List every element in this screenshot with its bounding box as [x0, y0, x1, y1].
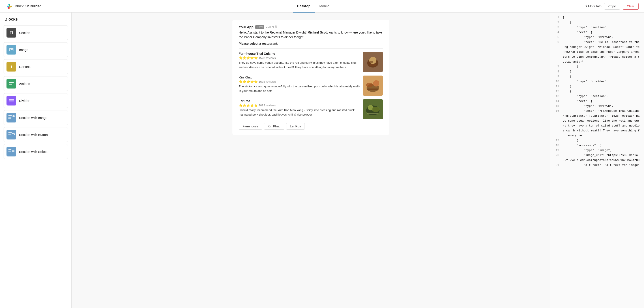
action-btn-lerros[interactable]: Ler Ros: [286, 123, 305, 130]
svg-rect-26: [367, 89, 378, 90]
json-line: 7 }: [550, 64, 644, 69]
tab-mobile[interactable]: Mobile: [315, 0, 334, 12]
json-line: 21 "alt_text": "alt text for image": [550, 163, 644, 168]
section-button-icon: [6, 130, 16, 140]
sidebar-item-section-button[interactable]: Section with Button: [4, 127, 68, 142]
clear-button[interactable]: Clear: [623, 3, 639, 10]
json-line: 9 {: [550, 74, 644, 79]
preview-panel: Your App アプリ 2:37 午前 Hello, Assistant to…: [72, 12, 550, 308]
divider-icon: [6, 96, 16, 106]
restaurant-stars: ⭐⭐⭐⭐⭐: [239, 80, 258, 83]
json-line: 13 "type": "section",: [550, 94, 644, 99]
json-panel: 1[2 {3 "type": "section",4 "text": {5 "t…: [550, 12, 644, 308]
json-line: 14 "text": {: [550, 99, 644, 104]
json-line: 3 "type": "section",: [550, 25, 644, 30]
top-navigation: Block Kit Builder Desktop Mobile ℹ More …: [0, 0, 644, 12]
svg-rect-14: [8, 149, 12, 150]
restaurant-info: Ler Ros ⭐⭐⭐⭐⭐ 2082 reviews I would reall…: [239, 99, 363, 117]
copy-button[interactable]: Copy: [604, 3, 620, 10]
app-title: Block Kit Builder: [15, 4, 41, 8]
svg-rect-8: [8, 117, 12, 118]
tab-bar: Desktop Mobile: [41, 0, 586, 12]
json-line: 17 },: [550, 138, 644, 143]
brand: Block Kit Builder: [5, 3, 41, 10]
restaurant-name: Ler Ros: [239, 99, 360, 103]
json-line: 5 "type": "mrkdwn",: [550, 35, 644, 40]
sidebar-item-label: Divider: [19, 99, 30, 103]
svg-rect-9: [8, 118, 11, 119]
sidebar-item-section-image[interactable]: Section with Image: [4, 110, 68, 125]
json-lines: 1[2 {3 "type": "section",4 "text": {5 "t…: [550, 15, 644, 168]
sidebar-item-section[interactable]: Tt Section: [4, 25, 68, 40]
sidebar-item-section-select[interactable]: Section with Select: [4, 144, 68, 159]
json-line: 19 "type": "image",: [550, 148, 644, 153]
svg-point-25: [366, 83, 373, 87]
action-btn-kinkhao[interactable]: Kin Khao: [264, 123, 284, 130]
sidebar-item-label: Image: [19, 48, 28, 52]
sidebar-item-label: Section with Image: [19, 116, 48, 120]
restaurant-stars: ⭐⭐⭐⭐⭐: [239, 104, 258, 107]
restaurant-info: Kin Khao ⭐⭐⭐⭐⭐ 1638 reviews The sticky r…: [239, 76, 363, 93]
svg-rect-10: [12, 115, 14, 117]
sidebar: Blocks Tt Section Image i Context: [0, 12, 72, 308]
message-header: Your App アプリ 2:37 午前: [239, 25, 383, 29]
divider-line: [239, 48, 383, 49]
svg-rect-7: [8, 115, 12, 116]
section-title: Please select a restaurant:: [239, 42, 383, 45]
sidebar-item-label: Section with Select: [19, 150, 48, 154]
sidebar-item-actions[interactable]: Actions: [4, 76, 68, 91]
main-layout: Blocks Tt Section Image i Context: [0, 12, 644, 308]
json-line: 2 {: [550, 20, 644, 25]
json-line: 15 "type": "mrkdwn",: [550, 104, 644, 109]
json-line: 20 "image_url": "https://s3- media3.fl.y…: [550, 153, 644, 163]
message-time: 2:37 午前: [266, 25, 278, 29]
svg-rect-15: [8, 151, 11, 152]
restaurant-name: Kin Khao: [239, 76, 360, 79]
svg-point-30: [372, 107, 380, 112]
bold-name: Michael Scott: [308, 31, 328, 34]
restaurant-stars: ⭐⭐⭐⭐⭐: [239, 56, 258, 60]
image-icon: [6, 45, 16, 55]
sidebar-item-label: Section with Button: [19, 133, 48, 137]
app-badge: アプリ: [255, 25, 264, 29]
svg-rect-2: [9, 82, 14, 83]
sidebar-item-image[interactable]: Image: [4, 42, 68, 57]
message-text: Hello, Assistant to the Regional Manager…: [239, 30, 383, 40]
svg-rect-13: [12, 134, 14, 135]
slack-logo-icon: [5, 3, 12, 10]
sidebar-item-divider[interactable]: Divider: [4, 93, 68, 108]
restaurant-description: The sticky rice also goes wonderfully wi…: [239, 84, 360, 93]
svg-point-20: [370, 61, 373, 63]
section-image-icon: [6, 113, 16, 123]
more-info-button[interactable]: ℹ More Info: [586, 4, 602, 8]
svg-rect-31: [367, 113, 378, 114]
action-buttons-row: Farmhouse Kin Khao Ler Ros: [239, 123, 383, 130]
svg-point-24: [373, 80, 379, 87]
restaurant-name: Farmhouse Thai Cuisine: [239, 52, 360, 55]
restaurant-item: Kin Khao ⭐⭐⭐⭐⭐ 1638 reviews The sticky r…: [239, 76, 383, 96]
action-btn-farmhouse[interactable]: Farmhouse: [239, 123, 262, 130]
json-line: 8 },: [550, 69, 644, 74]
svg-rect-12: [8, 134, 12, 135]
restaurant-reviews: 1528 reviews: [259, 56, 276, 60]
json-line: 16 "text": "*Farmhouse Thai Cuisine*\n:s…: [550, 109, 644, 138]
context-icon: i: [6, 62, 16, 72]
message-preview: Your App アプリ 2:37 午前 Hello, Assistant to…: [232, 20, 389, 135]
sidebar-item-context[interactable]: i Context: [4, 59, 68, 74]
restaurant-reviews: 1638 reviews: [259, 80, 276, 83]
json-line: 10 "type": "divider": [550, 79, 644, 84]
json-line: 1[: [550, 15, 644, 20]
svg-rect-11: [8, 132, 12, 133]
restaurant-info: Farmhouse Thai Cuisine ⭐⭐⭐⭐⭐ 1528 review…: [239, 52, 363, 69]
restaurant-image: [363, 99, 383, 119]
restaurant-item: Farmhouse Thai Cuisine ⭐⭐⭐⭐⭐ 1528 review…: [239, 52, 383, 72]
section-icon: Tt: [6, 28, 16, 37]
restaurant-image: [363, 76, 383, 96]
json-line: 6 "text": "Hello, Assistant to the Reg M…: [550, 40, 644, 64]
svg-rect-3: [9, 84, 12, 85]
restaurant-item: Ler Ros ⭐⭐⭐⭐⭐ 2082 reviews I would reall…: [239, 99, 383, 119]
svg-rect-21: [370, 64, 376, 66]
info-icon: ℹ: [586, 4, 587, 8]
tab-desktop[interactable]: Desktop: [293, 0, 315, 12]
section-select-icon: [6, 147, 16, 156]
